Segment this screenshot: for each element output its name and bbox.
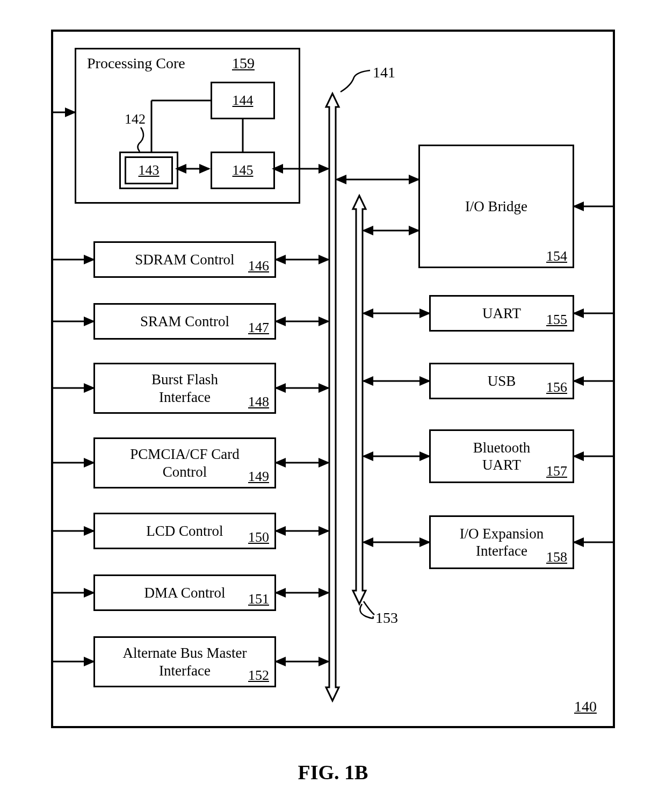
processing-core-ref: 159 <box>232 55 255 72</box>
usb-block: USB 156 <box>429 363 574 399</box>
box-145: 145 <box>211 152 275 189</box>
ref-143: 143 <box>139 162 160 178</box>
burst-flash-ref: 148 <box>248 394 269 410</box>
box-144: 144 <box>211 82 275 119</box>
sdram-control-ref: 146 <box>248 258 269 274</box>
uart-block: UART 155 <box>429 295 574 332</box>
bt-uart-label: Bluetooth UART <box>473 439 531 474</box>
io-expansion-label: I/O Expansion Interface <box>460 525 544 560</box>
box-143-inner: 143 <box>125 156 173 184</box>
lcd-control-label: LCD Control <box>146 522 223 540</box>
uart-label: UART <box>482 305 521 322</box>
sdram-control-block: SDRAM Control 146 <box>93 241 276 278</box>
burst-flash-block: Burst Flash Interface 148 <box>93 363 276 414</box>
usb-label: USB <box>488 372 516 390</box>
dma-control-label: DMA Control <box>144 584 226 601</box>
pcmcia-block: PCMCIA/CF Card Control 149 <box>93 437 276 488</box>
ref-144: 144 <box>233 92 254 109</box>
dma-control-block: DMA Control 151 <box>93 574 276 611</box>
label-141: 141 <box>373 64 395 81</box>
dma-control-ref: 151 <box>248 591 269 607</box>
processing-core-title: Processing Core <box>87 55 185 72</box>
io-expansion-ref: 158 <box>546 549 567 565</box>
sram-control-label: SRAM Control <box>140 313 229 330</box>
outer-ref: 140 <box>574 698 597 715</box>
label-153: 153 <box>375 609 398 627</box>
sdram-control-label: SDRAM Control <box>135 251 234 268</box>
box-143-outer: 143 <box>119 152 178 189</box>
io-bridge-block: I/O Bridge 154 <box>418 145 574 268</box>
figure-label: FIG. 1B <box>0 760 666 784</box>
sram-control-ref: 147 <box>248 320 269 336</box>
bt-uart-ref: 157 <box>546 463 567 479</box>
io-expansion-block: I/O Expansion Interface 158 <box>429 515 574 569</box>
io-bridge-label: I/O Bridge <box>465 198 527 215</box>
lcd-control-ref: 150 <box>248 529 269 545</box>
uart-ref: 155 <box>546 312 567 328</box>
processing-core-box: Processing Core 159 144 145 143 142 <box>75 48 300 204</box>
ref-145: 145 <box>233 162 254 178</box>
burst-flash-label: Burst Flash Interface <box>151 371 218 406</box>
alt-bus-master-ref: 152 <box>248 667 269 684</box>
sram-control-block: SRAM Control 147 <box>93 303 276 340</box>
usb-ref: 156 <box>546 379 567 396</box>
outer-box: Processing Core 159 144 145 143 142 SDRA… <box>51 30 615 728</box>
alt-bus-master-label: Alternate Bus Master Interface <box>123 644 247 679</box>
bt-uart-block: Bluetooth UART 157 <box>429 429 574 483</box>
lcd-control-block: LCD Control 150 <box>93 513 276 549</box>
pcmcia-ref: 149 <box>248 469 269 485</box>
io-bridge-ref: 154 <box>546 248 567 264</box>
label-142: 142 <box>125 111 146 127</box>
pcmcia-label: PCMCIA/CF Card Control <box>130 445 239 480</box>
alt-bus-master-block: Alternate Bus Master Interface 152 <box>93 636 276 687</box>
